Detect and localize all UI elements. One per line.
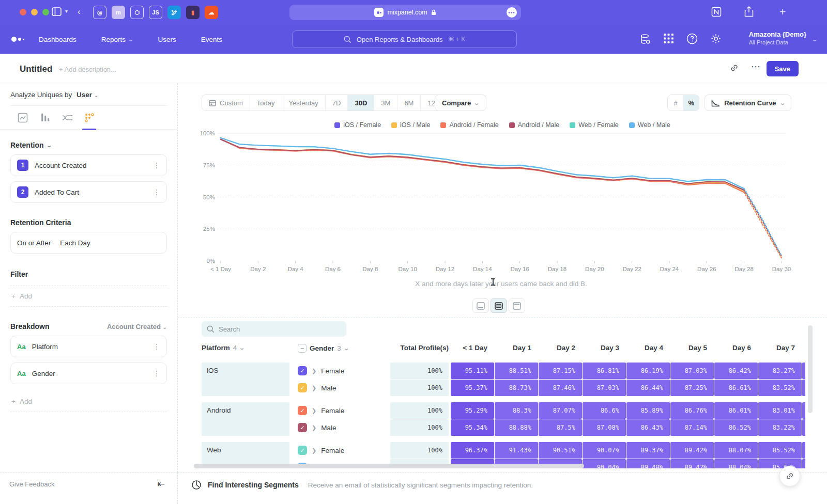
retention-value-cell[interactable]: 88.73% — [495, 380, 538, 396]
retention-value-cell[interactable]: 87.15% — [539, 363, 582, 379]
js-extension-icon[interactable]: JS — [149, 6, 162, 19]
retention-value-cell[interactable]: 86.19% — [626, 363, 670, 379]
breakdown-add-button[interactable]: + Add — [10, 391, 167, 412]
retention-value-cell[interactable]: 86.76% — [670, 402, 714, 419]
retention-value-cell[interactable]: 86.44% — [626, 380, 670, 396]
retention-value-cell[interactable]: 90.07% — [583, 442, 626, 459]
layout-chart-only-button[interactable] — [472, 298, 489, 313]
apps-grid-icon[interactable] — [663, 33, 674, 44]
range-30d[interactable]: 30D — [348, 94, 374, 111]
kebab-menu-icon[interactable]: ⋮ — [153, 161, 160, 169]
series-checkbox[interactable]: ✓ — [298, 406, 307, 415]
retention-value-cell[interactable]: 95.37% — [451, 380, 494, 396]
global-search-button[interactable]: Open Reports & Dashboards ⌘ + K — [292, 30, 517, 48]
criteria-prefix[interactable]: On or After — [17, 239, 51, 247]
soundcloud-extension-icon[interactable]: ☁ — [205, 6, 218, 19]
settings-gear-icon[interactable] — [710, 33, 722, 44]
gender-select-all-checkbox[interactable]: − — [298, 344, 307, 353]
browser-back-button[interactable]: ‹ — [78, 7, 81, 17]
series-checkbox[interactable]: ✓ — [298, 446, 307, 455]
share-link-fab[interactable] — [779, 466, 800, 486]
retention-value-cell[interactable]: 89.48% — [626, 459, 670, 468]
retention-value-cell[interactable]: 83.01% — [758, 402, 802, 419]
nav-link-dashboards[interactable]: Dashboards — [39, 36, 76, 43]
retention-value-cell[interactable]: 83.52% — [758, 380, 802, 396]
nav-link-events[interactable]: Events — [201, 36, 222, 43]
range-custom[interactable]: Custom — [202, 94, 250, 111]
notion-icon[interactable] — [711, 7, 722, 17]
retention-value-cell[interactable]: 86.6% — [583, 402, 626, 419]
retention-value-cell[interactable]: 89.42% — [670, 442, 714, 459]
retention-value-cell[interactable]: 86.61% — [714, 380, 758, 396]
column-day[interactable]: Day 2 — [539, 344, 575, 352]
find-segments-button[interactable]: Find Interesting Segments — [208, 481, 299, 489]
expand-row-icon[interactable]: ❯ — [312, 447, 316, 454]
column-day[interactable]: Day 7 — [758, 344, 795, 352]
column-day[interactable]: < 1 Day — [451, 344, 487, 352]
tab-insights[interactable] — [11, 106, 34, 130]
range-6m[interactable]: 6M — [397, 94, 421, 111]
compare-button[interactable]: Compare ⌄ — [435, 94, 486, 111]
retention-value-cell[interactable]: 90.04% — [583, 459, 626, 468]
retention-value-cell[interactable]: 88.88% — [495, 419, 538, 436]
retention-criteria-card[interactable]: On or After Each Day — [10, 232, 167, 254]
retention-value-cell[interactable]: 86.52% — [714, 419, 758, 436]
expand-row-icon[interactable]: ❯ — [312, 385, 316, 391]
journal-extension-icon[interactable]: ▮ — [186, 6, 200, 19]
retention-line-chart[interactable] — [178, 129, 827, 284]
retention-value-cell[interactable]: 87.03% — [583, 380, 626, 396]
retention-value-cell[interactable]: 88.04% — [714, 459, 758, 468]
legend-item[interactable]: iOS / Male — [391, 121, 430, 129]
retention-value-cell[interactable]: 85.89% — [626, 402, 670, 419]
column-platform[interactable]: Platform 4 ⌄ — [202, 344, 244, 352]
copy-link-icon[interactable] — [729, 63, 739, 73]
close-window-button[interactable] — [20, 9, 26, 15]
retention-value-cell[interactable]: 87.14% — [670, 419, 714, 436]
save-button[interactable]: Save — [767, 61, 799, 76]
retention-value-cell[interactable]: 91.43% — [495, 442, 538, 459]
legend-item[interactable]: Web / Male — [629, 121, 670, 129]
site-options-button[interactable]: ••• — [507, 7, 517, 18]
retention-value-cell[interactable]: 87.5% — [539, 419, 582, 436]
retention-value-cell[interactable]: 86.81% — [583, 363, 626, 379]
minimize-window-button[interactable] — [31, 9, 38, 15]
breakdown-scope-dropdown[interactable]: Account Created ⌄ — [107, 323, 167, 330]
nav-link-users[interactable]: Users — [158, 36, 176, 43]
zoom-window-button[interactable] — [42, 9, 49, 15]
column-gender[interactable]: − Gender 3 ⌄ — [298, 344, 348, 353]
range-7d[interactable]: 7D — [326, 94, 348, 111]
expand-row-icon[interactable]: ❯ — [312, 407, 316, 414]
legend-item[interactable]: Web / Female — [570, 121, 619, 129]
retention-value-cell[interactable]: 87.46% — [539, 380, 582, 396]
cube-extension-icon[interactable]: ⬡ — [130, 6, 144, 19]
more-options-button[interactable]: ⋯ — [751, 61, 761, 72]
address-bar[interactable]: mixpanel.com ••• — [289, 5, 521, 20]
breakdown-item-gender[interactable]: Aa Gender ⋮ — [10, 363, 167, 384]
report-title[interactable]: Untitled — [20, 64, 52, 74]
kebab-menu-icon[interactable]: ⋮ — [153, 369, 160, 377]
kebab-menu-icon[interactable]: ⋮ — [153, 342, 160, 351]
retention-value-cell[interactable]: 86.01% — [714, 402, 758, 419]
column-day[interactable]: Day 6 — [714, 344, 751, 352]
retention-value-cell[interactable]: 87.03% — [670, 363, 714, 379]
range-yesterday[interactable]: Yesterday — [282, 94, 326, 111]
retention-value-cell[interactable]: 95.34% — [451, 419, 494, 436]
legend-item[interactable]: Android / Female — [440, 121, 498, 129]
legend-item[interactable]: Android / Male — [509, 121, 560, 129]
project-switcher[interactable]: Amazonia {Demo} All Project Data ⌄ — [749, 30, 806, 45]
chart-type-dropdown[interactable]: Retention Curve ⌄ — [705, 94, 791, 111]
column-total-profiles[interactable]: Total Profile(s) — [364, 344, 449, 352]
retention-value-cell[interactable]: 83.22% — [758, 419, 802, 436]
retention-value-cell[interactable]: 89.37% — [626, 442, 670, 459]
retention-value-cell[interactable]: 87.07% — [539, 402, 582, 419]
retention-value-cell[interactable]: 88.51% — [495, 363, 538, 379]
retention-value-cell[interactable]: 88.07% — [714, 442, 758, 459]
add-description-field[interactable]: + Add description... — [59, 66, 116, 73]
retention-step-a[interactable]: 1 Account Created ⋮ — [10, 154, 167, 176]
horizontal-scrollbar[interactable] — [194, 464, 584, 468]
range-today[interactable]: Today — [250, 94, 282, 111]
layout-split-button[interactable] — [491, 298, 507, 313]
retention-value-cell[interactable]: 88.3% — [495, 402, 538, 419]
share-icon[interactable] — [744, 6, 754, 17]
browser-sidebar-toggle-icon[interactable] — [52, 7, 62, 16]
